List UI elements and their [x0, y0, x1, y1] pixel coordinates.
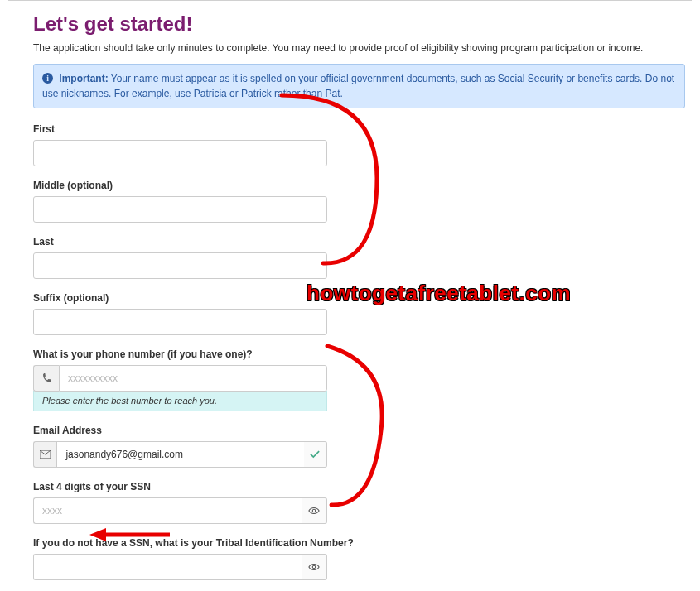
middle-name-input[interactable]: [33, 196, 327, 223]
tribal-label: If you do not have a SSN, what is your T…: [33, 537, 497, 549]
ssn-visibility-toggle[interactable]: [302, 497, 327, 524]
tribal-visibility-toggle[interactable]: [302, 554, 327, 580]
first-name-input[interactable]: [33, 140, 327, 166]
important-label: Important:: [59, 73, 108, 84]
suffix-label: Suffix (optional): [33, 292, 327, 304]
phone-label: What is your phone number (if you have o…: [33, 348, 327, 360]
eye-icon: [308, 563, 320, 571]
ssn-label: Last 4 digits of your SSN: [33, 481, 327, 492]
last-name-input[interactable]: [33, 252, 327, 279]
info-icon: i: [42, 73, 53, 84]
important-text: Your name must appear as it is spelled o…: [42, 73, 674, 99]
svg-point-2: [312, 509, 316, 512]
intro-text: The application should take only minutes…: [33, 42, 692, 54]
last-name-label: Last: [33, 236, 327, 247]
eye-icon: [308, 507, 320, 515]
email-label: Email Address: [33, 425, 327, 436]
phone-hint: Please enter the best number to reach yo…: [33, 391, 327, 411]
svg-text:i: i: [46, 74, 49, 83]
email-valid-icon: [304, 441, 327, 468]
email-input[interactable]: [56, 441, 303, 468]
phone-input[interactable]: [59, 365, 327, 392]
suffix-input[interactable]: [33, 309, 327, 335]
important-info-box: i Important: Your name must appear as it…: [33, 64, 685, 108]
ssn-input[interactable]: [33, 497, 302, 524]
envelope-icon: [33, 441, 56, 468]
tribal-input[interactable]: [33, 554, 302, 580]
first-name-label: First: [33, 123, 327, 135]
page-title: Let's get started!: [33, 12, 692, 36]
middle-name-label: Middle (optional): [33, 180, 327, 191]
phone-icon: [33, 365, 59, 392]
watermark-text: howtogetafreetablet.com: [307, 281, 571, 306]
svg-point-3: [312, 565, 316, 569]
